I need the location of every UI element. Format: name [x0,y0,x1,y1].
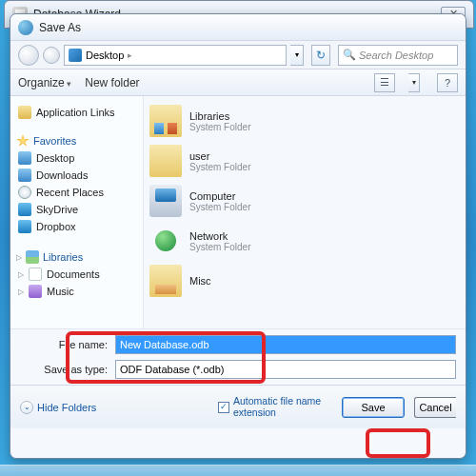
filename-form: File name: New Database.odb Save as type… [10,328,466,385]
refresh-button[interactable]: ↻ [311,45,330,66]
sidebar-item-label: Music [47,286,74,297]
expand-icon: ▷ [16,253,22,262]
star-icon [16,134,30,148]
clock-icon [18,186,31,199]
sidebar-head-label: Libraries [43,251,83,263]
folder-icon [18,106,31,119]
sidebar-item-recent[interactable]: Recent Places [16,184,137,201]
list-item-name: Misc [189,275,211,287]
list-item-name: Network [189,230,250,242]
sidebar-item-downloads[interactable]: Downloads [16,167,137,184]
file-list[interactable]: LibrariesSystem Folder userSystem Folder… [144,96,466,328]
address-text: Desktop [86,50,124,61]
saveastype-label: Save as type: [20,364,115,375]
chevron-right-icon: ▸ [128,50,132,60]
auto-extension-label: Automatic file name extension [233,396,332,418]
body-area: Application Links Favorites Desktop Down… [10,96,466,328]
save-button[interactable]: Save [342,397,405,418]
list-item[interactable]: NetworkSystem Folder [148,222,462,260]
libraries-header[interactable]: ▷ Libraries [16,250,137,264]
list-item-name: Libraries [189,110,250,122]
list-item[interactable]: ComputerSystem Folder [148,182,462,220]
list-item-name: Computer [189,190,250,202]
sidebar-item-app-links[interactable]: Application Links [16,104,137,121]
nav-back-button[interactable] [18,45,39,66]
computer-icon [149,185,182,217]
dialog-footer: ⌄ Hide Folders ✓ Automatic file name ext… [10,385,466,428]
list-item[interactable]: LibrariesSystem Folder [148,102,462,140]
organize-menu[interactable]: Organize [18,76,71,89]
desktop-icon [69,49,82,62]
list-item-sub: System Folder [189,202,250,212]
expand-icon: ▷ [18,270,24,279]
auto-extension-checkbox[interactable]: ✓ Automatic file name extension [218,396,332,418]
folder-icon [149,265,182,297]
skydrive-icon [18,203,31,216]
hide-folders-button[interactable]: ⌄ Hide Folders [20,401,96,414]
list-item-sub: System Folder [189,162,250,172]
hide-folders-label: Hide Folders [37,402,96,413]
desktop-icon [18,151,31,165]
toolbar: Organize New folder ☰ ▾ ? [10,69,466,96]
document-icon [18,20,33,35]
saveastype-value: ODF Database (*.odb) [120,364,224,375]
filename-label: File name: [20,339,115,350]
chevron-down-icon: ⌄ [20,401,33,414]
sidebar-item-skydrive[interactable]: SkyDrive [16,201,137,218]
view-mode-dropdown[interactable]: ▾ [408,73,420,92]
downloads-icon [18,169,31,182]
documents-icon [29,268,42,281]
sidebar-item-label: Documents [47,268,100,280]
dropbox-icon [18,220,31,233]
folder-icon [149,145,182,177]
address-dropdown[interactable]: ▾ [290,45,304,66]
nav-forward-button[interactable] [43,47,60,64]
sidebar-head-label: Favorites [33,135,76,147]
list-item-name: user [189,150,250,162]
list-item-sub: System Folder [189,242,250,252]
checkbox-icon: ✓ [218,402,229,413]
sidebar-item-music[interactable]: ▷Music [16,283,137,300]
cancel-button[interactable]: Cancel [414,397,456,418]
taskbar[interactable] [0,465,476,476]
dialog-title: Save As [39,21,81,34]
libraries-icon [149,105,182,137]
filename-value: New Database.odb [120,339,209,350]
music-icon [29,285,42,298]
address-bar[interactable]: Desktop ▸ [64,45,287,66]
expand-icon: ▷ [18,288,24,296]
sidebar-item-label: Desktop [36,152,74,164]
list-item-sub: System Folder [189,122,250,132]
cancel-button-label: Cancel [419,402,451,413]
save-as-dialog: Save As Desktop ▸ ▾ ↻ 🔍 Search Desktop O… [10,13,466,459]
sidebar-item-desktop[interactable]: Desktop [16,149,137,167]
sidebar-item-label: Recent Places [36,187,104,198]
sidebar-item-label: Dropbox [36,221,76,232]
sidebar: Application Links Favorites Desktop Down… [10,96,144,328]
filename-input[interactable]: New Database.odb [115,335,456,354]
sidebar-item-label: SkyDrive [36,204,78,215]
libraries-icon [26,250,39,264]
sidebar-item-documents[interactable]: ▷Documents [16,266,137,283]
favorites-header[interactable]: Favorites [16,134,137,148]
annotation-highlight-save [366,428,430,458]
view-mode-button[interactable]: ☰ [374,73,395,92]
sidebar-item-label: Downloads [36,169,88,181]
list-item[interactable]: Misc [148,262,462,300]
search-placeholder: Search Desktop [359,50,433,61]
sidebar-item-dropbox[interactable]: Dropbox [16,218,137,235]
help-button[interactable]: ? [437,73,458,92]
save-button-label: Save [361,402,385,413]
search-input[interactable]: 🔍 Search Desktop [338,45,458,66]
new-folder-button[interactable]: New folder [85,76,139,89]
network-icon [149,225,182,257]
list-item[interactable]: userSystem Folder [148,142,462,180]
nav-bar: Desktop ▸ ▾ ↻ 🔍 Search Desktop [10,41,466,69]
sidebar-item-label: Application Links [36,107,115,118]
saveastype-dropdown[interactable]: ODF Database (*.odb) [115,360,456,379]
dialog-title-bar[interactable]: Save As [10,14,466,41]
search-icon: 🔍 [343,49,356,61]
